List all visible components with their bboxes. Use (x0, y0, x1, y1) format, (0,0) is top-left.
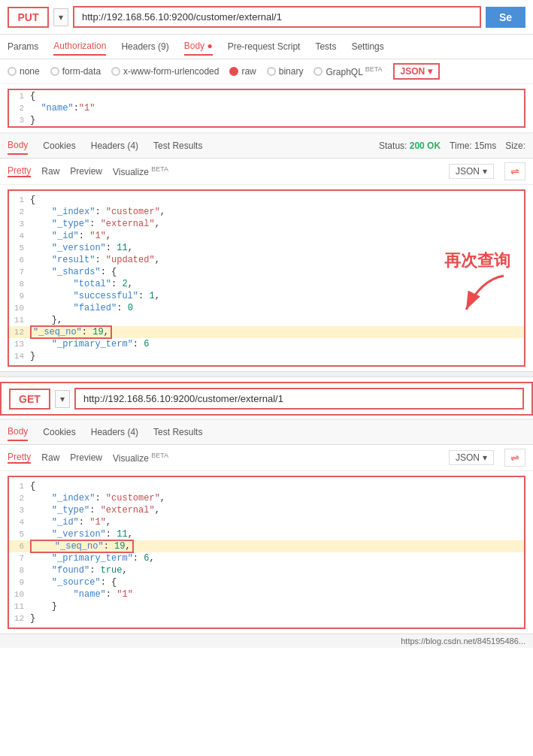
get-resp-tab-testresults[interactable]: Test Results (153, 424, 202, 440)
get-viewer-tab-pretty[interactable]: Pretty (8, 452, 31, 464)
format-chevron-icon: ▾ (428, 66, 432, 77)
body-options-row: none form-data x-www-form-urlencoded raw… (0, 59, 533, 84)
req-line-2: 2 "name":"1" (9, 102, 524, 114)
radio-urlencoded-dot (111, 67, 120, 76)
get-viewer-tab-visualize[interactable]: Visualize BETA (113, 452, 168, 464)
put-send-button[interactable]: Se (486, 7, 525, 28)
status-ok-text: 200 OK (410, 141, 441, 151)
option-graphql-label: GraphQL BETA (326, 65, 382, 77)
status-time-text: 15ms (474, 141, 496, 151)
get-resp-line-3: 3 "_type": "external", (9, 504, 524, 516)
tab-authorization[interactable]: Authorization (53, 38, 106, 56)
resp-format-select[interactable]: JSON ▾ (449, 164, 494, 179)
radio-none-dot (8, 67, 17, 76)
get-resp-line-10: 10 "name": "1" (9, 588, 524, 600)
req-line-3: 3 } (9, 114, 524, 126)
tab-headers[interactable]: Headers (9) (121, 38, 168, 55)
tab-prerequest[interactable]: Pre-request Script (228, 38, 301, 55)
put-resp-line-2: 2 "_index": "customer", (9, 206, 524, 218)
put-resp-line-3: 3 "_type": "external", (9, 218, 524, 230)
annotation-area: 再次查询 (444, 249, 518, 317)
get-resp-line-7: 7 "_primary_term": 6, (9, 552, 524, 564)
put-method-label: PUT (8, 7, 49, 28)
put-url-input[interactable] (73, 6, 481, 28)
option-graphql[interactable]: GraphQL BETA (313, 65, 382, 77)
put-resp-line-12: 12 "_seq_no": 19, (9, 326, 524, 338)
option-none-label: none (20, 66, 40, 77)
resp-format-label: JSON (456, 166, 480, 177)
get-resp-line-2: 2 "_index": "customer", (9, 492, 524, 504)
radio-raw-dot (229, 67, 238, 76)
get-resp-line-8: 8 "found": true, (9, 564, 524, 576)
bottom-url-hint: https://blog.csdn.net/845195486... (0, 634, 533, 648)
resp-tab-testresults[interactable]: Test Results (153, 138, 202, 154)
request-tabs-row: Params Authorization Headers (9) Body ● … (0, 35, 533, 59)
option-raw-label: raw (241, 66, 256, 77)
get-resp-line-6: 6 "_seq_no": 19, (9, 540, 524, 552)
option-urlencoded-label: x-www-form-urlencoded (123, 66, 219, 77)
wrap-button[interactable]: ⇌ (504, 162, 525, 180)
option-formdata-label: form-data (62, 66, 101, 77)
option-binary[interactable]: binary (267, 66, 304, 77)
option-urlencoded[interactable]: x-www-form-urlencoded (111, 66, 219, 77)
put-resp-line-14: 14 } (9, 350, 524, 362)
get-viewer-tabs-row: Pretty Raw Preview Visualize BETA JSON ▾… (0, 445, 533, 471)
get-request-bar: GET ▾ (0, 382, 533, 416)
arrow-svg (451, 272, 511, 317)
get-url-input[interactable] (74, 388, 524, 410)
option-none[interactable]: none (8, 66, 40, 77)
get-resp-line-4: 4 "_id": "1", (9, 516, 524, 528)
get-resp-tab-body[interactable]: Body (8, 423, 28, 441)
tab-settings[interactable]: Settings (351, 38, 383, 55)
put-resp-line-13: 13 "_primary_term": 6 (9, 338, 524, 350)
resp-tab-cookies[interactable]: Cookies (43, 138, 75, 154)
put-viewer-tabs-row: Pretty Raw Preview Visualize BETA JSON ▾… (0, 159, 533, 185)
get-resp-tab-cookies[interactable]: Cookies (43, 424, 75, 440)
get-response-code: 1 { 2 "_index": "customer", 3 "_type": "… (8, 476, 525, 629)
get-method-label: GET (9, 389, 50, 410)
get-response-tabs-row: Body Cookies Headers (4) Test Results (0, 419, 533, 445)
get-resp-line-1: 1 { (9, 480, 524, 492)
option-form-data[interactable]: form-data (50, 66, 101, 77)
section-divider (0, 371, 533, 377)
resp-tab-headers[interactable]: Headers (4) (91, 138, 138, 154)
request-body-editor[interactable]: 1 { 2 "name":"1" 3 } (8, 89, 525, 128)
resp-format-chevron-icon: ▾ (483, 166, 487, 177)
tab-params[interactable]: Params (8, 38, 38, 55)
viewer-tab-visualize[interactable]: Visualize BETA (113, 165, 168, 177)
viewer-tab-pretty[interactable]: Pretty (8, 165, 31, 177)
get-resp-line-11: 11 } (9, 600, 524, 612)
status-info: Status: 200 OK Time: 15ms Size: (379, 141, 525, 151)
get-method-dropdown[interactable]: ▾ (55, 390, 70, 408)
put-resp-line-1: 1 { (9, 194, 524, 206)
put-response-tabs-row: Body Cookies Headers (4) Test Results St… (0, 132, 533, 159)
radio-binary-dot (267, 67, 276, 76)
get-viewer-tab-raw[interactable]: Raw (41, 452, 59, 463)
viewer-tab-raw[interactable]: Raw (41, 166, 59, 177)
radio-graphql-dot (313, 67, 323, 76)
put-response-area: 1 { 2 "_index": "customer", 3 "_type": "… (0, 189, 533, 367)
format-select-json[interactable]: JSON ▾ (393, 63, 441, 80)
put-method-dropdown[interactable]: ▾ (53, 8, 68, 26)
get-resp-line-12: 12 } (9, 612, 524, 624)
resp-tab-body[interactable]: Body (8, 137, 28, 155)
format-label: JSON (401, 66, 425, 77)
get-wrap-button[interactable]: ⇌ (504, 449, 525, 467)
get-resp-line-9: 9 "_source": { (9, 576, 524, 588)
option-binary-label: binary (279, 66, 304, 77)
radio-formdata-dot (50, 67, 59, 76)
get-resp-tab-headers[interactable]: Headers (4) (91, 424, 138, 440)
option-raw[interactable]: raw (229, 66, 256, 77)
get-resp-format-chevron-icon: ▾ (483, 452, 487, 463)
viewer-tab-preview[interactable]: Preview (70, 166, 102, 177)
get-resp-line-5: 5 "_version": 11, (9, 528, 524, 540)
put-resp-line-4: 4 "_id": "1", (9, 230, 524, 242)
tab-tests[interactable]: Tests (315, 38, 336, 55)
annotation-arrow (451, 272, 511, 317)
tab-body[interactable]: Body ● (184, 38, 213, 56)
get-resp-format-label: JSON (456, 452, 480, 463)
get-resp-format-select[interactable]: JSON ▾ (449, 450, 494, 465)
put-request-bar: PUT ▾ Se (0, 0, 533, 35)
get-viewer-tab-preview[interactable]: Preview (70, 452, 102, 463)
req-line-1: 1 { (9, 90, 524, 102)
